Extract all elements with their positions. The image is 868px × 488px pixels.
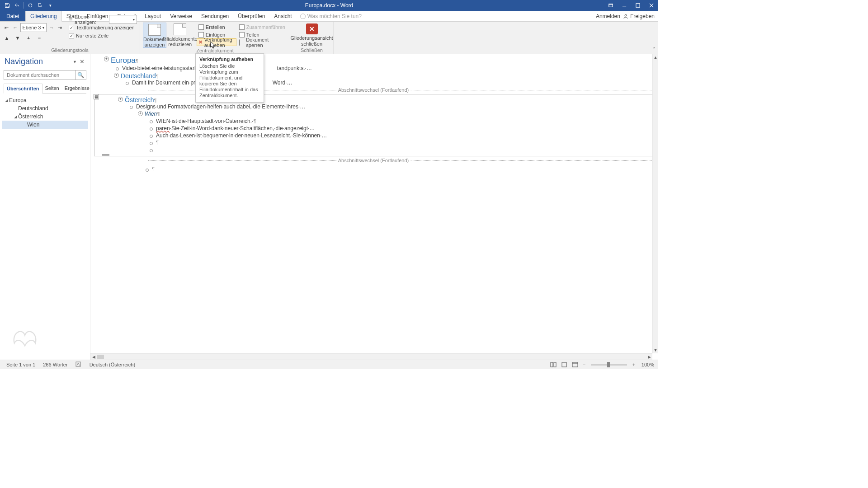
zoom-thumb[interactable] xyxy=(607,362,610,367)
unlink-subdoc-button[interactable]: ✕Verknüpfung aufheben xyxy=(197,38,236,46)
outline-h2-oesterreich[interactable]: +Österreich¶ xyxy=(98,96,651,103)
collapse-icon[interactable]: ◢ xyxy=(4,98,9,103)
body-handle-icon xyxy=(148,147,154,154)
expand-handle-icon[interactable]: + xyxy=(104,56,109,61)
collapse-subdocs-button[interactable]: Filialdokumentereduzieren xyxy=(167,23,193,47)
status-wordcount[interactable]: 266 Wörter xyxy=(39,362,71,367)
nav-tab-pages[interactable]: Seiten xyxy=(42,84,62,93)
view-web-button[interactable] xyxy=(570,361,580,369)
expand-handle-icon[interactable]: + xyxy=(138,111,143,116)
demote-to-body-button[interactable]: ⇥ xyxy=(57,23,64,32)
view-print-button[interactable] xyxy=(559,361,569,369)
expand-handle-icon[interactable]: + xyxy=(118,97,123,102)
nav-tabs: Überschriften Seiten Ergebnisse xyxy=(4,84,86,94)
collapse-icon[interactable]: ◢ xyxy=(13,114,18,119)
status-language[interactable]: Deutsch (Österreich) xyxy=(86,362,139,367)
tell-me-search[interactable]: Was möchten Sie tun? xyxy=(297,11,362,21)
sign-in-link[interactable]: Anmelden xyxy=(596,13,620,19)
collapse-ribbon-icon[interactable]: ˄ xyxy=(653,47,656,52)
outline-empty-para[interactable]: ¶ xyxy=(94,166,653,174)
body-handle-icon xyxy=(148,126,154,132)
demote-button[interactable]: → xyxy=(48,23,55,32)
outline-body-text[interactable]: WIEN·ist·die·Hauptstadt·von·Österreich.·… xyxy=(98,118,651,125)
search-icon[interactable]: 🔍 xyxy=(75,70,86,80)
tab-view[interactable]: Ansicht xyxy=(269,11,296,21)
move-up-button[interactable]: ▲ xyxy=(3,34,11,42)
status-proofing-icon[interactable] xyxy=(72,361,86,368)
nav-item-oesterreich[interactable]: ◢Österreich xyxy=(2,113,88,121)
outline-body-text[interactable]: Damit·Ihr·Dokument·ein·profeWord·… xyxy=(94,80,653,87)
minimize-icon[interactable] xyxy=(618,0,631,11)
outline-h1-europa[interactable]: +Europa¶ xyxy=(94,56,653,65)
create-subdoc-button[interactable]: Erstellen xyxy=(197,23,236,31)
close-icon[interactable] xyxy=(645,0,658,11)
scroll-left-icon[interactable]: ◀ xyxy=(90,354,97,360)
lock-subdoc-button[interactable]: Dokument sperren xyxy=(237,38,287,46)
tab-layout[interactable]: Layout xyxy=(140,11,165,21)
show-level-select[interactable]: ▾ xyxy=(109,15,137,24)
redo-icon[interactable] xyxy=(26,1,35,10)
nav-options-dropdown[interactable]: ▼ xyxy=(72,59,78,65)
outline-body-text[interactable]: paren·Sie·Zeit·in·Word·dank·neuer·Schalt… xyxy=(98,125,651,132)
scroll-down-icon[interactable]: ▼ xyxy=(653,347,658,353)
qat-more-icon[interactable]: ▾ xyxy=(46,1,55,10)
scroll-right-icon[interactable]: ▶ xyxy=(646,354,652,360)
outline-empty-para[interactable] xyxy=(98,147,651,154)
expand-handle-icon[interactable]: + xyxy=(114,73,119,78)
outline-empty-para[interactable]: ¶ xyxy=(98,140,651,147)
promote-to-h1-button[interactable]: ⇤ xyxy=(3,23,10,32)
share-button[interactable]: Freigeben xyxy=(623,13,655,19)
zoom-in-button[interactable]: + xyxy=(631,362,637,367)
subdocument-frame: ▦ +Österreich¶ Designs·und·Formatvorlage… xyxy=(94,94,653,156)
nav-item-wien[interactable]: Wien xyxy=(2,121,88,129)
subdoc-marker-icon[interactable]: ▦ xyxy=(94,94,99,99)
undo-icon[interactable] xyxy=(13,1,22,10)
outline-h3-wien[interactable]: +Wien¶ xyxy=(98,111,651,118)
nav-item-deutschland[interactable]: Deutschland xyxy=(2,104,88,113)
maximize-icon[interactable] xyxy=(631,0,645,11)
scroll-thumb[interactable] xyxy=(97,355,104,359)
group-label-outline: Gliederungstools xyxy=(3,47,137,54)
tab-review[interactable]: Überprüfen xyxy=(233,11,269,21)
zoom-slider[interactable] xyxy=(591,364,627,366)
outline-body-text[interactable]: Video·bietet·eine·leistungsstarke·Mötand… xyxy=(94,65,653,72)
nav-search-input[interactable] xyxy=(4,72,75,78)
ribbon-display-icon[interactable] xyxy=(604,0,618,11)
nav-item-europa[interactable]: ◢Europa xyxy=(2,96,88,104)
group-label-close: Schließen xyxy=(293,47,330,54)
outline-body-text[interactable]: Designs·und·Formatvorlagen·helfen·auch·d… xyxy=(98,103,651,111)
vertical-scrollbar[interactable]: ▲ ▼ xyxy=(652,54,658,353)
unlink-icon: ✕ xyxy=(198,40,203,45)
zoom-percent[interactable]: 100% xyxy=(638,362,656,367)
horizontal-scrollbar[interactable]: ◀ ▶ xyxy=(90,353,652,360)
outline-level-select[interactable]: Ebene 3 ▾ xyxy=(20,23,47,32)
nav-close-button[interactable]: ✕ xyxy=(78,57,86,66)
touch-mode-icon[interactable] xyxy=(36,1,45,10)
scroll-up-icon[interactable]: ▲ xyxy=(653,54,658,61)
svg-rect-2 xyxy=(609,4,613,7)
promote-button[interactable]: ← xyxy=(11,23,19,32)
checkbox-textformat[interactable]: ✓ xyxy=(69,25,74,30)
nav-search-box[interactable]: 🔍 xyxy=(4,70,86,80)
view-readmode-button[interactable] xyxy=(548,361,558,369)
zoom-out-button[interactable]: − xyxy=(581,362,587,367)
expand-button[interactable]: + xyxy=(24,34,33,42)
document-area[interactable]: +Europa¶ Video·bietet·eine·leistungsstar… xyxy=(90,54,658,360)
tab-outlining[interactable]: Gliederung xyxy=(25,11,62,22)
outline-body-text[interactable]: Auch·das·Lesen·ist·bequemer·in·der·neuen… xyxy=(98,132,651,140)
tab-mailings[interactable]: Sendungen xyxy=(197,11,233,21)
body-handle-icon xyxy=(124,80,130,86)
svg-point-0 xyxy=(28,4,32,7)
tab-file[interactable]: Datei xyxy=(0,11,25,21)
collapse-button[interactable]: − xyxy=(35,34,43,42)
merge-subdoc-button[interactable]: Zusammenführen xyxy=(237,23,287,31)
nav-tab-headings[interactable]: Überschriften xyxy=(4,84,42,94)
status-page[interactable]: Seite 1 von 1 xyxy=(3,362,39,367)
svg-rect-1 xyxy=(38,4,41,7)
save-icon[interactable] xyxy=(3,1,12,10)
outline-h2-deutschland[interactable]: +Deutschland¶ xyxy=(94,72,653,80)
close-outline-view-button[interactable]: ✕ Gliederungsansichtschließen xyxy=(293,23,331,47)
tab-references[interactable]: Verweise xyxy=(165,11,197,21)
nav-tab-results[interactable]: Ergebnisse xyxy=(62,84,92,93)
move-down-button[interactable]: ▼ xyxy=(14,34,22,42)
